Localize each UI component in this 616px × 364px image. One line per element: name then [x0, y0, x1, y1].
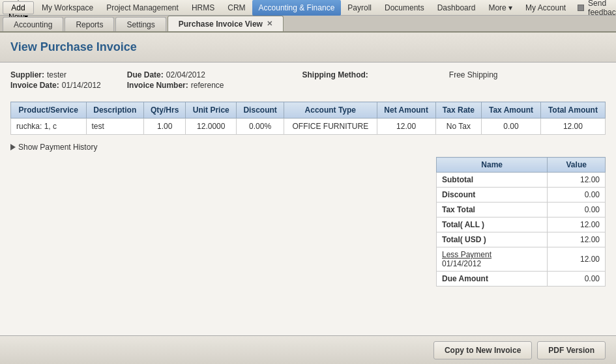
col-header-product: Product/Service — [11, 102, 87, 119]
col-header-description: Description — [86, 102, 144, 119]
supplier-label: Supplier: — [10, 70, 44, 79]
table-row: ruchka: 1, ctest1.0012.00000.00%OFFICE F… — [11, 119, 606, 135]
col-header-tax-amount: Tax Amount — [482, 102, 541, 119]
nav-documents[interactable]: Documents — [378, 0, 431, 16]
pdf-version-button[interactable]: PDF Version — [537, 341, 606, 359]
shipping-method-value: Free Shipping — [449, 70, 498, 79]
nav-project-management[interactable]: Project Management — [100, 0, 185, 16]
info-shipping-row: Shipping Method: Free Shipping — [302, 70, 498, 79]
send-feedback-button[interactable]: Send feedback — [572, 0, 616, 18]
col-header-qty: Qty/Hrs — [144, 102, 186, 119]
nav-more[interactable]: More ▾ — [482, 0, 519, 16]
tab-accounting[interactable]: Accounting — [3, 17, 63, 31]
add-new-button[interactable]: + Add New▾ — [3, 1, 34, 14]
invoice-number-label: Invoice Number: — [127, 81, 188, 90]
summary-row: Tax Total0.00 — [437, 203, 606, 217]
invoice-number-value: reference — [191, 81, 224, 90]
copy-to-new-invoice-button[interactable]: Copy to New Invoice — [433, 341, 532, 359]
summary-row: Total( USD )12.00 — [437, 232, 606, 247]
invoice-date-value: 01/14/2012 — [62, 81, 101, 90]
page-title: View Purchase Invoice — [10, 40, 137, 54]
col-header-net-amount: Net Amount — [377, 102, 435, 119]
shipping-method-label: Shipping Method: — [302, 70, 368, 79]
summary-row: Due Amount0.00 — [437, 272, 606, 287]
summary-row: Total( ALL )12.00 — [437, 217, 606, 232]
info-invoice-number-row: Invoice Number: reference — [127, 81, 224, 90]
summary-row: Subtotal12.00 — [437, 173, 606, 188]
info-invoice-date-row: Invoice Date: 01/14/2012 — [10, 81, 101, 90]
bottom-bar: Copy to New Invoice PDF Version — [0, 335, 616, 364]
tab-settings[interactable]: Settings — [115, 17, 166, 31]
tab-reports[interactable]: Reports — [65, 17, 114, 31]
payment-history-label: Show Payment History — [18, 143, 97, 152]
col-header-account-type: Account Type — [284, 102, 377, 119]
main-content: Supplier: tester Invoice Date: 01/14/201… — [0, 63, 616, 364]
nav-accounting-finance[interactable]: Accounting & Finance — [252, 0, 342, 16]
envelope-icon — [578, 5, 584, 11]
info-supplier-group: Supplier: tester Invoice Date: 01/14/201… — [10, 70, 101, 91]
col-header-tax-rate: Tax Rate — [435, 102, 482, 119]
summary-col-name: Name — [437, 158, 548, 173]
col-header-discount: Discount — [237, 102, 284, 119]
summary-row: Less Payment01/14/201212.00 — [437, 247, 606, 272]
invoice-date-label: Invoice Date: — [10, 81, 59, 90]
supplier-value: tester — [47, 70, 66, 79]
top-navigation: + Add New▾ My Workspace Project Manageme… — [0, 0, 616, 16]
col-header-total-amount: Total Amount — [540, 102, 605, 119]
invoice-table: Product/Service Description Qty/Hrs Unit… — [10, 102, 606, 135]
nav-my-account[interactable]: My Account — [519, 0, 572, 16]
summary-header-row: Name Value — [437, 158, 606, 173]
nav-payroll[interactable]: Payroll — [341, 0, 378, 16]
info-shipping-group: Shipping Method: Free Shipping — [302, 70, 498, 91]
table-header-row: Product/Service Description Qty/Hrs Unit… — [11, 102, 606, 119]
nav-crm[interactable]: CRM — [221, 0, 252, 16]
tab-bar: Accounting Reports Settings Purchase Inv… — [0, 16, 616, 33]
summary-section: Name Value Subtotal12.00Discount0.00Tax … — [10, 157, 606, 287]
nav-my-workspace[interactable]: My Workspace — [35, 0, 100, 16]
summary-row: Discount0.00 — [437, 188, 606, 203]
tab-close-icon[interactable]: ✕ — [267, 20, 272, 28]
nav-dashboard[interactable]: Dashboard — [431, 0, 482, 16]
invoice-info: Supplier: tester Invoice Date: 01/14/201… — [10, 70, 606, 91]
summary-table: Name Value Subtotal12.00Discount0.00Tax … — [436, 157, 606, 287]
nav-hrms[interactable]: HRMS — [185, 0, 221, 16]
due-date-label: Due Date: — [127, 70, 164, 79]
due-date-value: 02/04/2012 — [166, 70, 205, 79]
info-due-date-row: Due Date: 02/04/2012 — [127, 70, 224, 79]
tab-purchase-invoice-view[interactable]: Purchase Invoice View ✕ — [168, 16, 284, 31]
info-due-date-group: Due Date: 02/04/2012 Invoice Number: ref… — [127, 70, 224, 91]
col-header-unit-price: Unit Price — [186, 102, 237, 119]
page-header: View Purchase Invoice — [0, 33, 616, 63]
summary-col-value: Value — [548, 158, 606, 173]
triangle-icon — [10, 144, 16, 150]
payment-history-toggle[interactable]: Show Payment History — [10, 143, 606, 152]
info-supplier-row: Supplier: tester — [10, 70, 101, 79]
